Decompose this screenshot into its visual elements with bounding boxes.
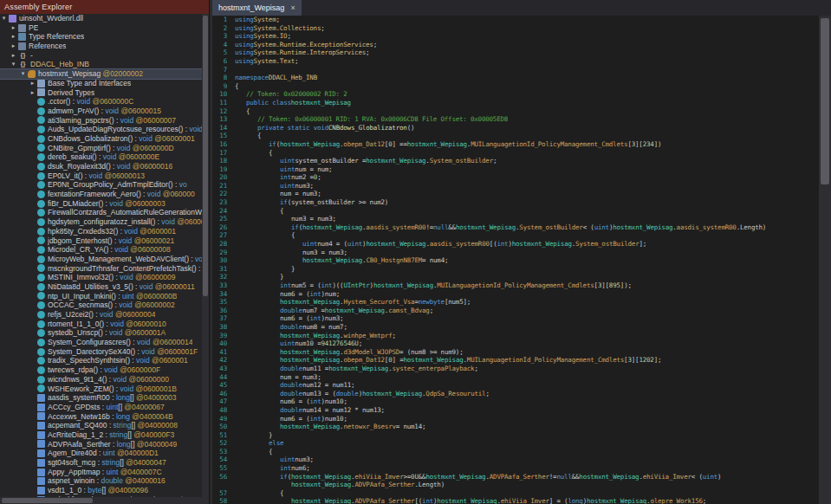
tree-item[interactable]: tradix_SpeechSynthtsin() : void @0600001 <box>0 356 202 365</box>
code-line[interactable]: 10// Token: 0x02000002 RID: 2 <box>212 90 819 99</box>
tree-item[interactable]: ACCcy_GPDsts : uint[] @04000067 <box>0 403 202 412</box>
tree-item[interactable]: fiBr_DLMiadcer() : void @06000003 <box>0 199 202 209</box>
code-line[interactable]: 52else <box>212 439 819 448</box>
code-line[interactable]: 47num6 = (int)num10; <box>212 397 819 406</box>
code-line[interactable]: 39hostmxnt_Wepisag.winhpe_Wmtprf; <box>212 332 819 340</box>
tree-item[interactable]: ADVPAafa_Serther : long[] @04000049 <box>0 440 202 449</box>
tree-item[interactable]: dsuk_Royalexit3d() : void @06000016 <box>0 162 202 171</box>
tree-item[interactable]: Agem_Dire40d : uint @040000D1 <box>0 449 202 458</box>
code-line[interactable]: 15{ <box>212 132 819 140</box>
code-line[interactable]: 3using System.IO; <box>212 32 819 41</box>
code-line[interactable]: 43double num11 = hostmxnt_Wepisag.systec… <box>212 365 819 373</box>
collapse-arrow-icon[interactable]: ▾ <box>10 60 17 69</box>
tree-item[interactable]: OCCAC_secnmas() : void @06000002 <box>0 300 202 310</box>
code-line[interactable]: 33int num5 = (int)((UIntPtr)hostmxnt_Wep… <box>212 281 819 290</box>
tree-item[interactable]: ▸Type References <box>0 32 202 42</box>
tree-vertical-scrollbar-thumb[interactable] <box>203 16 208 296</box>
tree-item[interactable]: Appy_AppItmap : uint @0400007C <box>0 468 202 477</box>
code-line[interactable]: 32} <box>212 273 819 281</box>
tree-item[interactable]: AcRriteDiag_1_2 : string[] @040000F3 <box>0 430 202 440</box>
code-line[interactable]: 54uint num3; <box>212 456 819 464</box>
tree-item[interactable]: ▾hostmxnt_Wepisag @02000002 <box>0 69 202 79</box>
tree-item[interactable]: ati3laming_pspctrs() : void @06000007 <box>0 116 202 126</box>
code-line[interactable]: 11public class hostmxnt_Wepisag <box>212 99 819 107</box>
tree-item[interactable]: hpk85ty_Crxdeds32() : void @0600001 <box>0 227 202 236</box>
code-editor[interactable]: 1using System;2using System.Collections;… <box>212 16 819 504</box>
code-line[interactable]: 6using System.Text; <box>212 57 819 66</box>
tree-vertical-scrollbar[interactable] <box>202 14 209 497</box>
editor-vertical-scrollbar-thumb[interactable] <box>821 18 829 184</box>
tree-item[interactable]: wicndnws_9t1_4() : void @06000000 <box>0 375 202 384</box>
code-line[interactable]: 26if (hostmxnt_Wepisag.aasdis_systemR00 … <box>212 223 819 232</box>
tree-item[interactable]: aasdis_systemR00 : long[] @04000003 <box>0 393 202 403</box>
tree-item[interactable]: FirewallContzards_AutomaticRuleGeneratio… <box>0 208 202 217</box>
tree-horizontal-scrollbar[interactable] <box>0 497 202 504</box>
tree-item[interactable]: ▸Base Type and Interfaces <box>0 79 202 88</box>
expand-arrow-icon[interactable]: ▸ <box>10 51 17 61</box>
tree-item[interactable]: ▾uinsoht_Wvdenrl.dll <box>0 14 202 23</box>
code-line[interactable]: 14private static void CNBdows_Globalizat… <box>212 124 819 132</box>
tree-item[interactable]: mscnkgroundTrhnsfer_ContentPrefetchTask(… <box>0 264 202 274</box>
code-line[interactable]: 25num3 = num3; <box>212 215 819 223</box>
code-line[interactable]: 30hostmxnt_Wepisag.CB0_HostgnN87EM = num… <box>212 256 819 265</box>
code-line[interactable]: 56if (hostmxnt_Wepisag.ehiViia_Imver >= … <box>212 473 819 481</box>
code-line[interactable]: 7 <box>212 66 819 74</box>
code-line[interactable]: 31} <box>212 265 819 274</box>
editor-vertical-scrollbar[interactable] <box>819 16 831 504</box>
code-line[interactable]: 42hostmxnt_Wepisag.obepm_Dat12[0] = host… <box>212 356 819 365</box>
code-line[interactable]: 29num3 = num3; <box>212 249 819 257</box>
code-line[interactable]: 19uint num = num; <box>212 165 819 174</box>
code-line[interactable]: hostmxnt_Wepisag.ADVPAafa_Serther.Length… <box>212 481 819 489</box>
code-line[interactable]: 21uint num3; <box>212 182 819 191</box>
tree-item[interactable]: ▸PE <box>0 23 202 33</box>
tree-item[interactable]: fexntationFramework_Aero() : void @06000… <box>0 190 202 199</box>
tree-item[interactable]: MSTINI_Immvol32() : void @06000009 <box>0 273 202 282</box>
tree-item[interactable]: refjs_U2cei2() : void @06000004 <box>0 310 202 320</box>
tree-item[interactable]: ▸{}- <box>0 51 202 61</box>
tree-item[interactable]: EP0Nt_GroupPolicy_AdmTmplEditor() : vo <box>0 180 202 190</box>
tree-item[interactable]: aspnet_winoin : double @04000016 <box>0 476 202 486</box>
code-line[interactable]: 22num = num3; <box>212 190 819 198</box>
code-line[interactable]: 9{ <box>212 82 819 91</box>
tree-item[interactable]: twrecws_rdpa() : void @0600000F <box>0 365 202 375</box>
code-line[interactable]: 51} <box>212 431 819 440</box>
expand-arrow-icon[interactable]: ▸ <box>10 42 17 51</box>
collapse-arrow-icon[interactable]: ▾ <box>19 69 27 79</box>
code-line[interactable]: 27{ <box>212 231 819 240</box>
tree-item[interactable]: acpemant_SQ400 : string[] @04000008 <box>0 421 202 430</box>
code-line[interactable]: 41hostmxnt_Wepisag.d3dModel_WJOPSD = (nu… <box>212 348 819 357</box>
tree-item[interactable]: ▾{}DDACL_Heb_INB <box>0 60 202 69</box>
assembly-explorer-header[interactable]: Assembly Explorer <box>0 0 209 14</box>
tree-item[interactable]: Accexws_Netw16b : long @0400004B <box>0 412 202 422</box>
tab-close-icon[interactable]: × <box>290 4 295 12</box>
code-line[interactable]: 55int num6; <box>212 464 819 473</box>
expand-arrow-icon[interactable]: ▸ <box>29 88 36 98</box>
expand-arrow-icon[interactable]: ▸ <box>10 23 17 33</box>
code-line[interactable]: 57{ <box>212 489 819 498</box>
tree-item[interactable]: rtoment_I1_1_0() : void @06000010 <box>0 320 202 329</box>
expand-arrow-icon[interactable]: ▸ <box>29 79 36 88</box>
code-line[interactable]: 1using System; <box>212 16 819 24</box>
code-line[interactable]: 8namespace DDACL_Heb_INB <box>212 74 819 82</box>
code-line[interactable]: 12{ <box>212 107 819 116</box>
tab-hostmxnt-wepisag[interactable]: hostmxnt_Wepisag × <box>212 0 302 16</box>
code-line[interactable]: 44num = num3; <box>212 373 819 382</box>
tree-horizontal-scrollbar-thumb[interactable] <box>2 498 93 503</box>
tree-item[interactable]: NtiData8d_Utilities_v3_5() : void @06000… <box>0 282 202 292</box>
tree-item[interactable]: CNBitre_Gpmptirf() : void @0600000D <box>0 144 202 153</box>
tree-item[interactable]: sgt04soft_mcg : string[] @04000047 <box>0 458 202 468</box>
tree-item[interactable]: System_DarectorySeX40() : void @0600001F <box>0 347 202 357</box>
tree-item[interactable]: vsdt1_1_0 : byte[] @04000096 <box>0 486 202 495</box>
code-line[interactable]: 46double num13 = (double)hostmxnt_Wepisa… <box>212 390 819 398</box>
code-line[interactable]: 58hostmxnt_Wepisag.ADVPAafa_Serther[(int… <box>212 497 819 504</box>
code-line[interactable]: 49num6 = (int)num10; <box>212 415 819 423</box>
expand-arrow-icon[interactable]: ▸ <box>10 32 17 42</box>
code-line[interactable]: 17{ <box>212 149 819 158</box>
code-line[interactable]: 18uint system_ostBuilder = hostmxnt_Wepi… <box>212 157 819 165</box>
tree-item[interactable]: dereb_seakui() : void @0600000E <box>0 152 202 162</box>
code-line[interactable]: 4using System.Runtime.ExceptionServices; <box>212 41 819 49</box>
tree-item[interactable]: ntp_UI_Input_Inkini() : uint @0600000B <box>0 292 202 301</box>
tree-item[interactable]: admwm_PrAV() : void @06000015 <box>0 107 202 116</box>
code-line[interactable]: 53{ <box>212 448 819 456</box>
code-line[interactable]: 45double num12 = num11; <box>212 381 819 390</box>
